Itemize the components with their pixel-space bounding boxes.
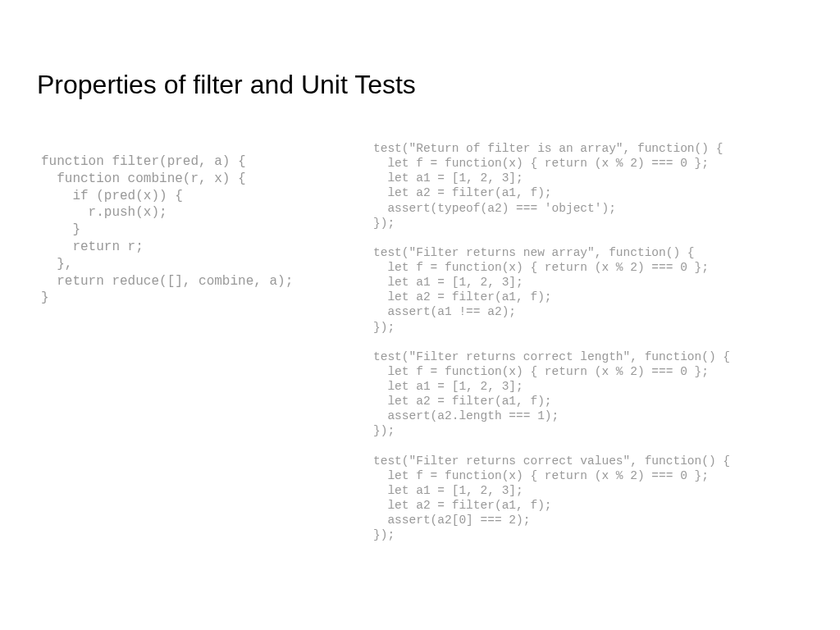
content-area: function filter(pred, a) { function comb… [0, 100, 840, 542]
left-column: function filter(pred, a) { function comb… [41, 141, 373, 542]
right-column: test("Return of filter is an array", fun… [373, 141, 840, 542]
unit-tests-code: test("Return of filter is an array", fun… [373, 141, 840, 542]
filter-function-code: function filter(pred, a) { function comb… [41, 141, 373, 307]
slide-title: Properties of filter and Unit Tests [0, 0, 840, 100]
slide: Properties of filter and Unit Tests func… [0, 0, 840, 630]
